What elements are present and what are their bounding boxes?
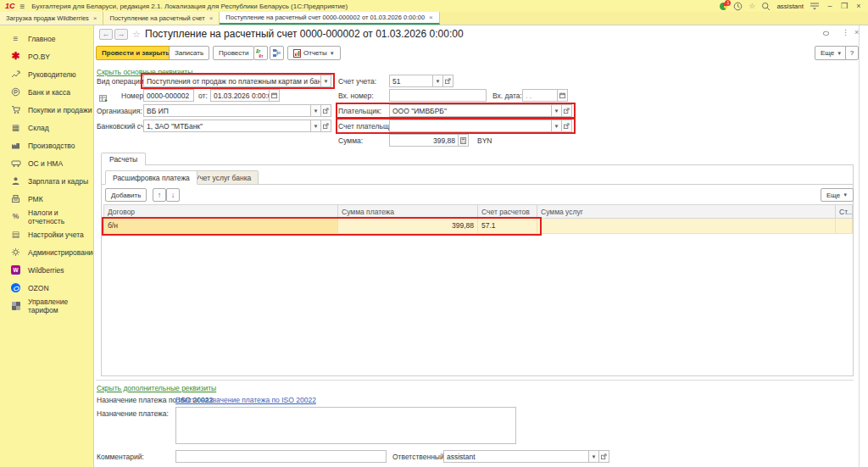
form-more-button[interactable]: Еще ▼: [815, 46, 848, 60]
dropdown-icon[interactable]: ▼: [552, 104, 562, 117]
tab-close-icon[interactable]: ×: [429, 14, 433, 21]
sidebar-item-warehouse[interactable]: ▦ Склад: [0, 119, 93, 136]
minimize-button[interactable]: –: [826, 2, 834, 10]
calendar-icon[interactable]: [558, 89, 568, 102]
current-user[interactable]: assistant: [776, 3, 804, 10]
sidebar-item-production[interactable]: Производство: [0, 136, 93, 154]
open-icon[interactable]: [562, 120, 572, 132]
operation-select[interactable]: Поступления от продаж по платежным карта…: [143, 75, 331, 87]
column-header-payment-amount[interactable]: Сумма платежа: [338, 204, 478, 219]
dropdown-icon[interactable]: ▼: [552, 120, 562, 132]
cell-contract[interactable]: б/н: [103, 219, 338, 234]
dropdown-icon[interactable]: ▼: [311, 120, 321, 132]
dropdown-icon[interactable]: ▼: [311, 104, 321, 117]
cell-status[interactable]: [836, 219, 853, 234]
favorites-icon[interactable]: ☆: [748, 2, 755, 10]
move-row-up-button[interactable]: ↑: [153, 188, 166, 202]
calendar-icon[interactable]: [270, 89, 280, 102]
open-icon[interactable]: [562, 104, 572, 117]
sidebar-item-os-nma[interactable]: ОС и НМА: [0, 154, 93, 172]
incoming-date-field[interactable]: . .: [522, 89, 568, 102]
service-menu-icon[interactable]: [810, 2, 820, 10]
hide-additional-requisites-link[interactable]: Скрыть дополнительные реквизиты: [97, 384, 216, 392]
cell-payment-amount[interactable]: 399,88: [338, 219, 478, 234]
subtab-bank-services[interactable]: Учет услуг банка: [187, 170, 259, 185]
sidebar-item-accounting-settings[interactable]: ▤ Настройки учета: [0, 225, 93, 243]
sidebar-item-purchases-sales[interactable]: Покупки и продажи: [0, 101, 93, 119]
column-header-settlement-account[interactable]: Счет расчетов: [478, 204, 537, 219]
sidebar-item-rmk[interactable]: РМК: [0, 190, 93, 208]
dropdown-icon[interactable]: ▼: [589, 450, 599, 463]
post-button[interactable]: Провести: [213, 46, 254, 60]
open-icon[interactable]: [321, 104, 331, 117]
bank-account-field[interactable]: 1, ЗАО "МТБанк" ▼: [143, 120, 331, 132]
forward-button[interactable]: →: [114, 29, 128, 40]
sidebar-item-tariff[interactable]: Управление тарифом: [0, 297, 93, 314]
comment-field[interactable]: [175, 450, 387, 463]
person-icon: [10, 176, 21, 186]
column-header-contract[interactable]: Договор: [103, 204, 338, 219]
incoming-number-label: Вх. номер:: [338, 92, 374, 100]
help-button[interactable]: ?: [845, 46, 859, 60]
add-row-button[interactable]: Добавить: [105, 188, 147, 202]
favorite-star-icon[interactable]: ☆: [132, 29, 141, 40]
payment-purpose-textarea[interactable]: [175, 407, 516, 444]
get-link-icon[interactable]: [821, 29, 831, 40]
close-window-button[interactable]: ×: [854, 2, 863, 10]
date-field[interactable]: 01.03.2026 0:00:00: [210, 89, 280, 102]
subtab-payment-breakdown[interactable]: Расшифровка платежа: [105, 170, 198, 185]
account-field[interactable]: 51 ▼: [389, 75, 453, 87]
sidebar-item-poby[interactable]: ✱ PO.BY: [0, 47, 93, 65]
history-icon[interactable]: [733, 2, 743, 11]
responsible-field[interactable]: assistant ▼: [443, 450, 609, 463]
tab-close-icon[interactable]: ×: [209, 14, 214, 22]
dropdown-icon[interactable]: ▼: [433, 75, 443, 87]
dropdown-icon[interactable]: ▼: [321, 75, 331, 87]
reports-button[interactable]: Отчеты ▼: [287, 46, 341, 60]
move-row-down-button[interactable]: ↓: [166, 188, 180, 202]
tab-close-icon[interactable]: ×: [93, 14, 97, 22]
sidebar-item-taxes[interactable]: % Налоги и отчетность: [0, 208, 93, 225]
notifications-icon[interactable]: 1: [720, 3, 727, 10]
save-button[interactable]: Записать: [169, 46, 209, 60]
sidebar-item-bank-cash[interactable]: Банк и касса: [0, 83, 93, 101]
sidebar-item-wildberries[interactable]: W Wildberries: [0, 261, 93, 279]
open-icon[interactable]: [443, 75, 453, 87]
sidebar-item-main[interactable]: ≡ Главное: [0, 30, 93, 47]
tab-receipt-list[interactable]: Поступление на расчетный счет ×: [103, 12, 220, 25]
restore-button[interactable]: ❒: [840, 2, 849, 10]
sidebar-item-label: Банк и касса: [28, 88, 70, 97]
sidebar-item-manager[interactable]: Руководителю: [0, 65, 93, 83]
cell-settlement-account[interactable]: 57.1: [478, 219, 537, 234]
search-icon[interactable]: [761, 2, 771, 11]
table-more-button[interactable]: Еще ▼: [821, 188, 854, 202]
tab-wildberries-load[interactable]: Загрузка продаж Wildberries ×: [0, 12, 103, 25]
more-vertical-icon[interactable]: ⋮: [842, 28, 849, 36]
payer-field[interactable]: ООО "ИМВБРБ" ▼: [389, 104, 572, 117]
post-and-close-button[interactable]: Провести и закрыть: [96, 46, 175, 60]
calculator-icon[interactable]: [459, 134, 469, 147]
column-header-service-amount[interactable]: Сумма услуг: [537, 204, 836, 219]
payer-account-value: [389, 120, 552, 132]
enter-iso-purpose-link[interactable]: Ввести назначение платежа по ISO 20022: [175, 396, 316, 404]
sidebar-item-administration[interactable]: Администрирование: [0, 243, 93, 261]
cell-service-amount[interactable]: [537, 219, 836, 234]
document-structure-button[interactable]: [270, 46, 284, 60]
tab-label: Поступление на расчетный счет 0000-00000…: [225, 14, 425, 21]
amount-field[interactable]: 399,88: [389, 134, 469, 147]
main-menu-icon[interactable]: ≡: [20, 2, 25, 11]
column-header-status[interactable]: Ст...: [836, 204, 853, 219]
back-button[interactable]: ←: [99, 29, 113, 40]
open-icon[interactable]: [321, 120, 331, 132]
show-postings-button[interactable]: ДтКт: [253, 46, 268, 60]
close-form-icon[interactable]: ×: [854, 28, 859, 36]
number-field[interactable]: 0000-000002: [143, 89, 194, 102]
payer-account-field[interactable]: ▼: [389, 120, 572, 132]
incoming-number-field[interactable]: [389, 89, 487, 102]
tab-settlements[interactable]: Расчеты: [101, 153, 146, 165]
organization-field[interactable]: ВБ ИП ▼: [143, 104, 331, 117]
open-icon[interactable]: [599, 450, 609, 463]
tab-receipt-document[interactable]: Поступление на расчетный счет 0000-00000…: [220, 12, 439, 25]
sidebar-item-salary-hr[interactable]: Зарплата и кадры: [0, 172, 93, 190]
sidebar-item-ozon[interactable]: OZON: [0, 279, 93, 297]
